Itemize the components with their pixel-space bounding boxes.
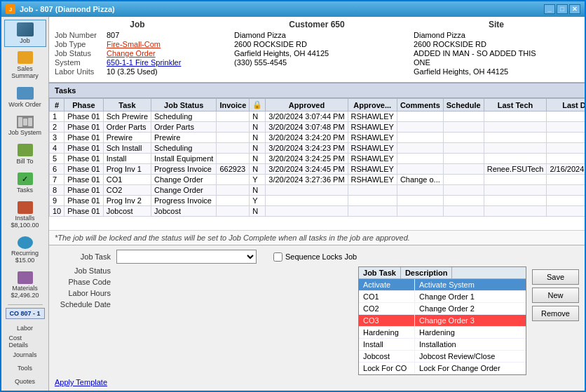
- sequence-locks-checkbox[interactable]: [273, 252, 282, 262]
- cell-approved: 3/20/2024 3:24:25 PM: [266, 154, 348, 164]
- table-row[interactable]: 10 Phase 01 Jobcost Jobcost N: [50, 206, 585, 217]
- sidebar-item-journals[interactable]: Journals: [6, 349, 45, 361]
- cell-comments: [397, 154, 443, 164]
- system-value[interactable]: 650-1-1 Fire Sprinkler: [107, 58, 181, 67]
- cell-schedule: [443, 196, 484, 206]
- site-section: Site Diamond Pizza 2600 ROCKSIDE RD ADDE…: [414, 20, 579, 76]
- job-status-label: Job Status: [55, 49, 104, 58]
- cell-flag: Y: [250, 175, 266, 185]
- sidebar-item-job-system[interactable]: Job System: [4, 112, 46, 140]
- maximize-button[interactable]: □: [557, 4, 568, 14]
- new-button[interactable]: New: [532, 288, 579, 303]
- sidebar-item-cost-details[interactable]: Cost Details: [6, 335, 45, 348]
- sidebar-item-installs[interactable]: Installs$8,100.00: [4, 198, 46, 231]
- installs-icon: [15, 200, 35, 215]
- cell-num: 4: [50, 143, 64, 154]
- tasks-section-header: Tasks: [49, 83, 585, 98]
- cell-schedule: [443, 185, 484, 196]
- job-number-label: Job Number: [55, 31, 104, 39]
- close-button[interactable]: ✕: [569, 4, 580, 14]
- cell-invoice: [217, 133, 250, 143]
- sidebar-item-bill-to[interactable]: Bill To: [4, 140, 46, 168]
- dropdown-item[interactable]: InstallInstallation: [359, 339, 526, 351]
- system-label: System: [55, 58, 104, 67]
- dropdown-item[interactable]: Lock For COLock For Change Order: [359, 363, 526, 374]
- cell-jobstatus: Order Parts: [151, 122, 217, 133]
- cell-approver: RSHAWLEY: [348, 164, 397, 175]
- tasks-table: # Phase Task Job Status Invoice 🔒 Approv…: [49, 98, 585, 217]
- cell-lasttech: [484, 196, 547, 206]
- sidebar-label-billto: Bill To: [17, 158, 34, 165]
- cell-invoice: [217, 175, 250, 185]
- cell-lasttech: [484, 154, 547, 164]
- dropdown-item[interactable]: HardeningHardening: [359, 327, 526, 339]
- cell-num: 6: [50, 164, 64, 175]
- customer-addr1: 2600 ROCKSIDE RD: [234, 40, 307, 48]
- cell-flag: N: [250, 206, 266, 217]
- cell-phase: Phase 01: [64, 122, 103, 133]
- tasks-table-container[interactable]: # Phase Task Job Status Invoice 🔒 Approv…: [49, 98, 585, 230]
- sidebar: Job SalesSummary Work Order: [1, 17, 49, 391]
- dropdown-item-task: Activate: [359, 279, 415, 290]
- cell-approved: 3/20/2024 3:27:36 PM: [266, 175, 348, 185]
- table-row[interactable]: 9 Phase 01 Prog Inv 2 Progress Invoice Y: [50, 196, 585, 206]
- sidebar-item-tasks[interactable]: ✓ Tasks: [4, 169, 46, 196]
- table-row[interactable]: 5 Phase 01 Install Install Equipment N 3…: [50, 154, 585, 164]
- cell-comments: [397, 143, 443, 154]
- table-row[interactable]: 4 Phase 01 Sch Install Scheduling N 3/20…: [50, 143, 585, 154]
- cell-jobstatus: Prewire: [151, 133, 217, 143]
- cell-task: Sch Prewire: [103, 111, 151, 122]
- table-row[interactable]: 8 Phase 01 CO2 Change Order N: [50, 185, 585, 196]
- dropdown-item-task: CO3: [359, 315, 415, 326]
- col-header-approver: Approve...: [348, 99, 397, 111]
- cell-lasttech: Renee.FSUTech: [484, 164, 547, 175]
- job-task-select[interactable]: [116, 250, 257, 264]
- apply-template-link[interactable]: Apply Template: [55, 378, 579, 386]
- table-row[interactable]: 7 Phase 01 CO1 Change Order Y 3/20/2024 …: [50, 175, 585, 185]
- sidebar-item-quotes[interactable]: Quotes: [6, 375, 45, 388]
- cell-approved: 3/20/2024 3:07:48 PM: [266, 122, 348, 133]
- dropdown-item[interactable]: CO2Change Order 2: [359, 303, 526, 315]
- table-row[interactable]: 6 Phase 01 Prog Inv 1 Progress Invoice 6…: [50, 164, 585, 175]
- cell-phase: Phase 01: [64, 185, 103, 196]
- col-header-invoice: Invoice: [217, 99, 250, 111]
- job-type-value[interactable]: Fire-Small-Com: [107, 40, 161, 48]
- dropdown-item[interactable]: JobcostJobcost Review/Close: [359, 351, 526, 363]
- table-row[interactable]: 3 Phase 01 Prewire Prewire N 3/20/2024 3…: [50, 133, 585, 143]
- sidebar-co-label[interactable]: CO 807 - 1: [6, 308, 45, 319]
- cell-lasttech: [484, 111, 547, 122]
- cell-lastdispatch: 2/16/2024 9:00:00 AM: [547, 164, 585, 175]
- cell-task: Prog Inv 2: [103, 196, 151, 206]
- table-row[interactable]: 1 Phase 01 Sch Prewire Scheduling N 3/20…: [50, 111, 585, 122]
- status-note: *The job will be locked and the status w…: [49, 230, 585, 245]
- table-row[interactable]: 2 Phase 01 Order Parts Order Parts N 3/2…: [50, 122, 585, 133]
- sidebar-item-work-order[interactable]: Work Order: [4, 83, 46, 111]
- remove-button[interactable]: Remove: [532, 306, 579, 321]
- job-status-row: Job Status: [55, 266, 353, 275]
- dropdown-item[interactable]: CO1Change Order 1: [359, 291, 526, 303]
- minimize-button[interactable]: _: [544, 4, 555, 14]
- dropdown-container[interactable]: Job Task Description ActivateActivate Sy…: [358, 266, 526, 375]
- cell-jobstatus: Jobcost: [151, 206, 217, 217]
- save-button[interactable]: Save: [532, 269, 579, 285]
- job-status-value[interactable]: Change Order: [107, 49, 156, 58]
- dropdown-item[interactable]: CO3Change Order 3: [359, 315, 526, 327]
- cell-approver: RSHAWLEY: [348, 143, 397, 154]
- cell-task: Install: [103, 154, 151, 164]
- sidebar-item-job[interactable]: Job: [4, 20, 46, 47]
- sequence-locks-label: Sequence Locks Job: [285, 252, 357, 261]
- sidebar-item-tools[interactable]: Tools: [6, 362, 45, 374]
- sidebar-label-workorder: Work Order: [8, 102, 41, 109]
- cell-num: 10: [50, 206, 64, 217]
- sidebar-item-materials[interactable]: Materials$2,496.20: [4, 268, 46, 302]
- dropdown-item-desc: Change Order 1: [415, 291, 499, 302]
- sidebar-item-recurring[interactable]: Recurring$15.00: [4, 233, 46, 266]
- cell-task: CO1: [103, 175, 151, 185]
- sidebar-label-tasks: Tasks: [17, 187, 33, 194]
- cell-jobstatus: Scheduling: [151, 143, 217, 154]
- dropdown-item[interactable]: ActivateActivate System: [359, 279, 526, 291]
- cell-jobstatus: Change Order: [151, 185, 217, 196]
- sidebar-item-sales-summary[interactable]: SalesSummary: [4, 48, 46, 82]
- sidebar-item-labor[interactable]: Labor: [6, 322, 45, 334]
- cell-lasttech: [484, 122, 547, 133]
